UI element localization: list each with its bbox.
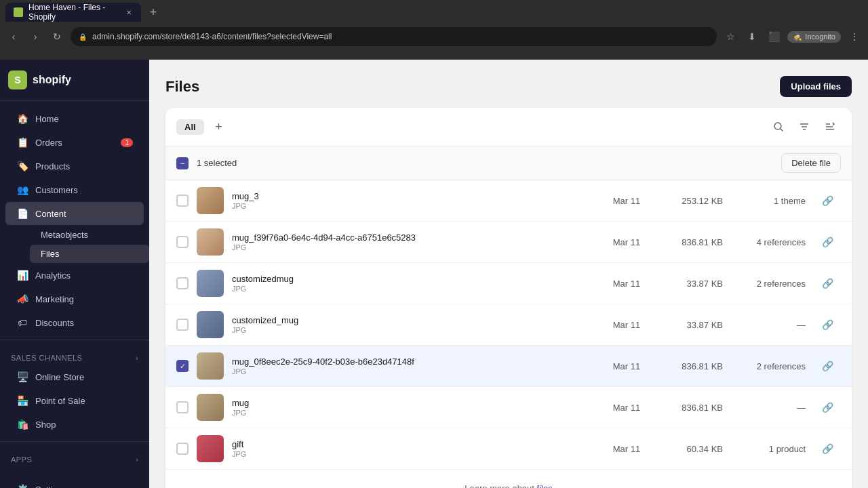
search-icon[interactable] [768,116,789,138]
file-refs: 1 product [731,444,806,454]
table-row: gift JPG Mar 11 60.34 KB 1 product 🔗 [165,428,852,470]
row-checkbox[interactable] [176,401,189,413]
selection-bar: 1 selected Delete file [165,146,852,180]
download-icon[interactable]: ⬇ [744,28,760,45]
sidebar-item-point-of-sale[interactable]: 🏪 Point of Sale [5,389,144,412]
sidebar-item-settings[interactable]: ⚙️ Settings [5,478,144,488]
shopify-logo[interactable]: S shopify [8,70,71,89]
copy-link-icon[interactable]: 🔗 [822,237,833,247]
file-date: Mar 11 [599,403,654,413]
filter-icon[interactable] [793,116,815,138]
sidebar-item-orders[interactable]: 📋 Orders 1 [5,131,144,154]
apps-expand-icon: › [136,456,138,464]
browser-titlebar: Home Haven - Files - Shopify ✕ + [0,0,868,24]
extensions-icon[interactable]: ⬛ [766,28,782,45]
sidebar-header: S shopify [0,60,149,101]
select-all-checkbox[interactable] [176,157,189,169]
copy-link-icon[interactable]: 🔗 [822,278,833,289]
sidebar-item-products[interactable]: 🏷️ Products [5,155,144,178]
sidebar-item-content[interactable]: 📄 Content [5,202,144,225]
file-type: JPG [232,409,591,417]
sales-channels-section: Sales channels › [0,346,149,365]
add-tab-button[interactable]: + [210,117,229,136]
file-info: mug JPG [232,398,591,417]
files-footer: Learn more about files [165,470,852,488]
copy-link-icon[interactable]: 🔗 [822,195,833,206]
row-checkbox[interactable] [176,195,189,207]
divider [0,340,149,340]
tab-close-button[interactable]: ✕ [125,7,133,17]
file-thumbnail [197,311,224,338]
file-type: JPG [232,326,591,334]
sidebar-item-analytics-label: Analytics [35,270,71,281]
file-name: mug_0f8eec2e-25c9-40f2-b03e-b6e23d47148f [232,357,591,367]
sidebar-item-online-store[interactable]: 🖥️ Online Store [5,365,144,388]
sidebar-item-shop[interactable]: 🛍️ Shop [5,413,144,436]
file-thumbnail [197,187,224,214]
file-refs: — [731,403,806,413]
delete-file-button[interactable]: Delete file [781,153,841,173]
tab-all[interactable]: All [176,119,204,135]
file-type: JPG [232,367,591,375]
sidebar-item-home[interactable]: 🏠 Home [5,107,144,130]
row-checkbox[interactable] [176,277,189,289]
active-tab[interactable]: Home Haven - Files - Shopify ✕ [5,3,141,22]
copy-link-icon[interactable]: 🔗 [822,361,833,371]
file-link-cell: 🔗 [814,443,841,454]
file-size: 836.81 KB [662,361,723,371]
metaobjects-label: Metaobjects [41,230,88,240]
row-checkbox[interactable] [176,319,189,331]
file-refs: 4 references [731,237,806,247]
file-date: Mar 11 [599,320,654,330]
sidebar-item-home-label: Home [35,114,59,124]
sidebar-item-marketing-label: Marketing [35,294,74,304]
content-icon: 📄 [16,207,28,220]
pos-icon: 🏪 [16,394,28,407]
content-submenu: Metaobjects Files [0,226,149,263]
pos-label: Point of Sale [35,396,85,406]
page-header: Files Upload files [149,60,868,108]
sidebar-item-customers[interactable]: 👥 Customers [5,178,144,201]
file-refs: — [731,320,806,330]
file-type: JPG [232,243,591,251]
sidebar-item-metaobjects[interactable]: Metaobjects [30,226,149,244]
refresh-button[interactable]: ↻ [49,28,65,45]
toolbar-right: ☆ ⬇ ⬛ 🕵 Incognito ⋮ [722,28,863,45]
file-thumbnail [197,352,224,380]
row-checkbox[interactable] [176,236,189,248]
file-link-cell: 🔗 [814,237,841,247]
sidebar-nav: 🏠 Home 📋 Orders 1 🏷️ Products 👥 Customer… [0,101,149,472]
bookmark-icon[interactable]: ☆ [722,28,738,45]
file-link-cell: 🔗 [814,278,841,289]
file-info: mug_f39f76a0-6e4c-4d94-a4cc-a6751e6c5283… [232,232,591,251]
file-thumbnail [197,435,224,462]
more-options-icon[interactable]: ⋮ [846,28,863,45]
sidebar-footer: ⚙️ Settings [0,472,149,488]
new-tab-button[interactable]: + [145,4,161,20]
lock-icon: 🔒 [79,33,87,41]
sort-icon[interactable] [819,116,841,138]
table-row: mug_3 JPG Mar 11 253.12 KB 1 theme 🔗 [165,180,852,222]
sidebar-item-marketing[interactable]: 📣 Marketing [5,287,144,310]
sidebar-item-files[interactable]: Files [30,245,149,263]
sidebar-item-content-label: Content [35,209,66,219]
orders-icon: 📋 [16,136,28,148]
app: S shopify 🏠 Home 📋 Orders 1 🏷️ Products … [0,60,868,488]
back-button[interactable]: ‹ [5,28,22,45]
table-row: mug_f39f76a0-6e4c-4d94-a4cc-a6751e6c5283… [165,222,852,263]
copy-link-icon[interactable]: 🔗 [822,319,833,330]
row-checkbox[interactable] [176,443,189,455]
forward-button[interactable]: › [27,28,43,45]
copy-link-icon[interactable]: 🔗 [822,402,833,413]
sidebar: S shopify 🏠 Home 📋 Orders 1 🏷️ Products … [0,60,149,488]
address-bar[interactable]: 🔒 admin.shopify.com/store/de8143-a6/cont… [71,27,717,46]
sidebar-item-discounts-label: Discounts [35,318,74,328]
sidebar-item-analytics[interactable]: 📊 Analytics [5,264,144,287]
file-name: gift [232,439,591,449]
files-link[interactable]: files [537,483,553,488]
copy-link-icon[interactable]: 🔗 [822,443,833,454]
sidebar-item-discounts[interactable]: 🏷 Discounts [5,311,144,334]
upload-files-button[interactable]: Upload files [780,76,852,97]
file-info: gift JPG [232,439,591,458]
row-checkbox[interactable]: ✓ [176,360,189,372]
